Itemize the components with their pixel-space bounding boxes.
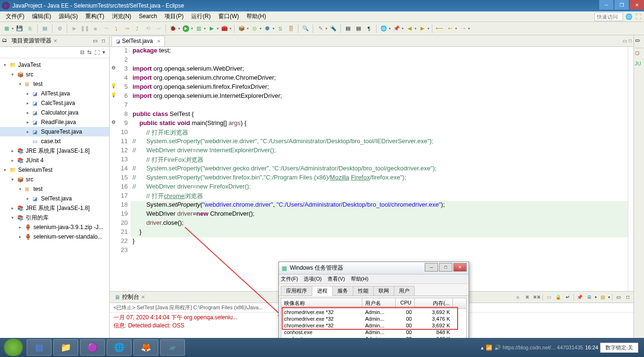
menu-item[interactable]: 浏览(N) (108, 12, 135, 21)
web-browser-icon[interactable]: 🌐 (379, 24, 388, 33)
tm-tab[interactable]: 进程 (312, 286, 333, 296)
maximize-view-icon[interactable]: □ (100, 37, 107, 45)
code-editor[interactable]: 1package test;2⊖3import org.openqa.selen… (110, 47, 628, 291)
maximize-button[interactable]: ❐ (614, 0, 629, 10)
perspective-java-icon[interactable]: ⛶ (634, 13, 642, 21)
task-manager-window[interactable]: ▦ Windows 任务管理器 ─ □ ✕ 文件(F)选项(O)查看(V)帮助(… (278, 262, 469, 345)
minimize-view-icon[interactable]: ▭ (91, 37, 99, 45)
ext-tools-icon[interactable]: 🧰 (220, 24, 229, 33)
tree-node[interactable]: ▸◪Calculator.java (0, 108, 109, 117)
tm-col-cpu[interactable]: CPU (396, 298, 415, 308)
collapse-all-icon[interactable]: ⊟ (80, 49, 84, 55)
tray-volume-icon[interactable]: 🔊 (494, 345, 501, 351)
debug-icon[interactable]: 🐞 (168, 24, 178, 33)
resume-icon[interactable]: ▶ (70, 24, 79, 33)
tree-node[interactable]: ▾⊞test (0, 79, 109, 89)
tree-node[interactable]: ▸🏺selenium-server-standalo... (0, 232, 109, 242)
new-pkg-icon[interactable]: 📦 (237, 24, 246, 33)
search-icon[interactable]: 🔦 (328, 24, 338, 33)
tm-tab[interactable]: 用户 (394, 286, 415, 295)
scroll-lock-icon[interactable]: 🔒 (554, 294, 562, 301)
new-icon[interactable]: ▦ (2, 24, 11, 33)
coverage-icon[interactable]: ▥ (194, 24, 204, 33)
tm-col-user[interactable]: 用户名 (362, 298, 396, 308)
open-task-icon[interactable]: ✎ (316, 24, 325, 33)
menu-item[interactable]: 窗口(W) (215, 12, 243, 21)
tm-col-name[interactable]: 映像名称 (281, 298, 362, 308)
min-icon[interactable]: ▭ (635, 37, 644, 46)
toggle-mark-icon[interactable]: ▤ (343, 24, 353, 33)
tm-process-row[interactable]: chromedriver.exe *32Admin...003,692 K (281, 322, 466, 329)
new-server-icon[interactable]: ▤ (40, 24, 50, 33)
tree-node[interactable]: ▸◪CalcTest.java (0, 98, 109, 108)
min-console-icon[interactable]: ▭ (614, 294, 622, 301)
junit-icon[interactable]: JU (635, 61, 644, 69)
run-last-icon[interactable]: ▶ (207, 24, 216, 33)
taskbar-explorer[interactable]: 📁 (53, 339, 78, 356)
tree-node[interactable]: ▾📚引用的库 (0, 213, 109, 222)
taskbar-eclipse[interactable]: 🟣 (80, 339, 105, 356)
step-filters-icon[interactable]: ⤻ (153, 24, 163, 33)
terminate-console-icon[interactable]: ■ (514, 294, 521, 301)
tree-node[interactable]: ▾📦src (0, 175, 109, 184)
last-edit-icon[interactable]: ⟵ (435, 24, 444, 33)
tab-close-icon[interactable]: ✕ (157, 39, 161, 44)
tm-col-mem[interactable]: 内存(... (415, 298, 453, 308)
back-history-icon[interactable]: ⇠ (445, 24, 455, 33)
new-jsp-icon[interactable]: ⬢ (263, 24, 272, 33)
step-over-icon[interactable]: ⤼ (122, 24, 132, 33)
menu-item[interactable]: 源码(S) (55, 12, 82, 21)
tm-minimize-button[interactable]: ─ (425, 263, 438, 272)
focus-icon[interactable]: ⛶ (94, 50, 100, 55)
taskbar-powershell[interactable]: ▰ (160, 339, 185, 356)
new-type-icon[interactable]: ◎ (250, 24, 259, 33)
start-button[interactable] (2, 339, 25, 356)
tm-process-row[interactable]: conhost.exeAdmin...00848 K (281, 329, 466, 336)
tm-process-row[interactable]: chromedriver.exe *32Admin...003,692 K (281, 309, 466, 315)
suspend-icon[interactable]: ❚❚ (80, 24, 90, 33)
tree-node[interactable]: ▸📚JUnit 4 (0, 156, 109, 165)
minimize-button[interactable]: ─ (599, 0, 613, 10)
step-into-icon[interactable]: ⤵ (112, 24, 121, 33)
menu-item[interactable]: 运行(R) (187, 12, 215, 21)
taskbar-launcher[interactable]: ▤ (27, 339, 51, 356)
console-tab[interactable]: 🖥 控制台 ✕ (112, 293, 148, 301)
taskbar-chrome[interactable]: 🌐 (107, 339, 132, 356)
menu-item[interactable]: 项目(P) (161, 12, 187, 21)
nav-fwd-icon[interactable]: ▶ (418, 24, 427, 33)
max-console-icon[interactable]: □ (624, 294, 632, 301)
step-return-icon[interactable]: ⤴ (133, 24, 142, 33)
show-ws-icon[interactable]: ¶ (364, 24, 374, 33)
clear-console-icon[interactable]: ▭ (545, 294, 552, 301)
word-wrap-icon[interactable]: ↵ (564, 294, 572, 301)
menu-item[interactable]: Search (135, 12, 161, 21)
pin-console-icon[interactable]: 📌 (576, 294, 583, 301)
open-type-icon[interactable]: 🔍 (301, 24, 310, 33)
tree-node[interactable]: ▸📚JRE 系统库 [JavaSE-1.8] (0, 146, 109, 156)
remove-all-icon[interactable]: ✖✖ (533, 294, 541, 301)
tm-tab[interactable]: 服务 (332, 286, 353, 295)
outline-icon[interactable]: ⬡ (635, 50, 644, 59)
minimize-editor-icon[interactable]: ▭ (623, 38, 627, 43)
tray-clock[interactable]: 16:24 (585, 345, 598, 350)
tm-tab[interactable]: 性能 (353, 286, 374, 295)
nav-back-icon[interactable]: ◀ (405, 24, 414, 33)
tm-menu-item[interactable]: 文件(F) (281, 275, 298, 283)
disconnect-icon[interactable]: ⤳ (101, 24, 111, 33)
perspective-javaee-icon[interactable]: 🌐 (625, 13, 633, 21)
tm-close-button[interactable]: ✕ (453, 263, 467, 272)
drop-frame-icon[interactable]: ⟲ (143, 24, 153, 33)
overview-ruler[interactable] (628, 47, 634, 291)
tree-node[interactable]: ▸◪SelTest.java (0, 194, 109, 203)
tray-network-icon[interactable]: 📶 (486, 345, 492, 351)
open-console-icon[interactable]: ▤ (599, 294, 606, 301)
new-ejb-icon[interactable]: 🗄 (286, 24, 296, 33)
menu-item[interactable]: 编辑(E) (28, 12, 55, 21)
maximize-editor-icon[interactable]: □ (629, 38, 632, 43)
view-menu-icon[interactable]: ▾ (102, 49, 105, 55)
tree-node[interactable]: ▸🏺selenium-java-3.9.1.zip -J... (0, 222, 109, 232)
terminate-icon[interactable]: ■ (91, 24, 100, 33)
taskbar-firefox[interactable]: 🦊 (133, 339, 158, 356)
remove-launch-icon[interactable]: ✖ (523, 294, 531, 301)
save-all-icon[interactable]: ⎘ (25, 24, 35, 33)
